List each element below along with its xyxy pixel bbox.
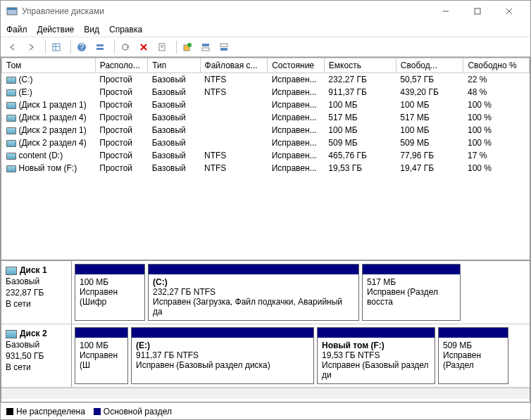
forward-button[interactable] [23,39,39,55]
table-row[interactable]: (Диск 2 раздел 1)ПростойБазовыйИсправен.… [2,124,530,136]
col-type[interactable]: Тип [148,58,200,73]
cell-fs [200,111,268,124]
cell-fs [200,124,268,136]
disk-type: Базовый [6,276,67,286]
unallocated-swatch [6,408,13,415]
col-fs[interactable]: Файловая с... [200,58,268,73]
volume-name: (Диск 2 раздел 4) [19,138,87,148]
partition[interactable]: 100 МБИсправен (Ш [75,327,128,384]
cell-capacity: 509 МБ [324,136,396,149]
menu-file[interactable]: Файл [6,25,27,34]
table-row[interactable]: content (D:)ПростойБазовыйNTFSИсправен..… [2,149,530,162]
table-row[interactable]: (Диск 1 раздел 1)ПростойБазовыйИсправен.… [2,98,530,111]
cell-state: Исправен... [268,73,325,87]
disk-header[interactable]: Диск 2Базовый931,50 ГБВ сети [1,324,72,387]
svg-point-20 [187,43,192,47]
menu-view[interactable]: Вид [84,25,99,34]
table-row[interactable]: (Диск 2 раздел 4)ПростойБазовыйИсправен.… [2,136,530,149]
partition-size: 100 МБ [80,277,108,287]
volume-name: Новый том (F:) [19,163,77,173]
partition-state: Исправен (Шифр [80,287,118,307]
partition-stripe [439,328,508,338]
disk-icon [6,330,17,338]
partition[interactable]: Новый том (F:)19,53 ГБ NTFSИсправен (Баз… [317,327,435,384]
minimize-button[interactable] [430,1,461,21]
volume-name: content (D:) [19,151,63,160]
help-icon[interactable]: ? [74,39,89,55]
col-freepct[interactable]: Свободно % [463,58,530,73]
cell-layout: Простой [95,162,147,174]
partition-size: 911,37 ГБ NTFS [136,350,199,360]
cell-free: 19,47 ГБ [396,162,463,174]
back-button[interactable] [5,39,20,55]
cell-state: Исправен... [268,98,325,111]
cell-capacity: 517 МБ [324,111,396,124]
volume-name: (Диск 2 раздел 1) [19,125,87,135]
cell-capacity: 911,37 ГБ [324,86,396,98]
svg-rect-12 [96,48,104,50]
cell-capacity: 232,27 ГБ [324,73,396,87]
svg-rect-1 [7,8,17,10]
table-row[interactable]: (E:)ПростойБазовыйNTFSИсправен...911,37 … [2,86,530,98]
disk-graphical-pane[interactable]: Диск 1Базовый232,87 ГБВ сети100 МБИсправ… [1,261,530,402]
cell-capacity: 465,76 ГБ [324,149,396,162]
view-bottom-icon[interactable] [216,39,232,55]
cell-type: Базовый [148,136,200,149]
cell-state: Исправен... [268,86,325,98]
cell-freepct: 100 % [463,111,530,124]
properties-icon[interactable] [154,39,170,55]
partition[interactable]: (C:)232,27 ГБ NTFSИсправен (Загрузка, Фа… [148,264,359,321]
table-row[interactable]: (C:)ПростойБазовыйNTFSИсправен...232,27 … [2,73,530,87]
cell-type: Базовый [148,86,200,98]
delete-icon[interactable] [136,39,151,55]
partition-title: (E:) [136,341,150,350]
col-free[interactable]: Свобод... [396,58,463,73]
col-state[interactable]: Состояние [268,58,325,73]
volume-icon [6,115,16,122]
cell-capacity: 100 МБ [324,98,396,111]
view-list-icon[interactable] [49,39,64,55]
menu-help[interactable]: Справка [109,25,142,34]
partition[interactable]: 517 МБИсправен (Раздел восста [362,264,461,321]
volume-icon [6,165,16,172]
cell-state: Исправен... [268,162,325,174]
cell-state: Исправен... [268,111,325,124]
partition-size: 517 МБ [367,277,396,287]
disk-row: Диск 2Базовый931,50 ГБВ сети100 МБИсправ… [1,324,530,388]
scrollbar-track[interactable] [1,388,530,399]
partitions-container: 100 МБИсправен (Шифр(C:)232,27 ГБ NTFSИс… [72,261,530,324]
table-row[interactable]: (Диск 1 раздел 4)ПростойБазовыйИсправен.… [2,111,530,124]
new-volume-icon[interactable] [180,39,195,55]
volume-list-pane[interactable]: Том Располо... Тип Файловая с... Состоян… [1,58,530,261]
partition[interactable]: 100 МБИсправен (Шифр [75,264,145,321]
col-layout[interactable]: Располо... [95,58,147,73]
menu-action[interactable]: Действие [37,25,75,34]
refresh-icon[interactable] [118,39,133,55]
table-row[interactable]: Новый том (F:)ПростойБазовыйNTFSИсправен… [2,162,530,174]
volume-name: (C:) [19,75,33,84]
close-button[interactable] [493,1,525,21]
cell-state: Исправен... [268,149,325,162]
cell-free: 509 МБ [396,136,463,149]
col-capacity[interactable]: Емкость [324,58,396,73]
partition-stripe [75,265,144,274]
cell-freepct: 100 % [463,162,530,174]
window-title: Управление дисками [22,6,430,16]
svg-text:?: ? [80,42,85,52]
partition[interactable]: 509 МБИсправен (Раздел [438,327,508,384]
partition-state: Исправен (Раздел [443,350,481,370]
partition-title: (C:) [153,277,168,287]
cell-freepct: 22 % [463,73,530,87]
svg-rect-24 [220,48,227,51]
disk-header[interactable]: Диск 1Базовый232,87 ГБВ сети [1,261,72,324]
view-graphical-icon[interactable] [92,39,108,55]
partition-stripe [363,265,460,274]
partition[interactable]: (E:)911,37 ГБ NTFSИсправен (Базовый разд… [131,327,314,384]
cell-state: Исправен... [268,136,325,149]
view-top-icon[interactable] [198,39,213,55]
maximize-button[interactable] [461,1,493,21]
volume-name: (Диск 1 раздел 4) [19,113,87,122]
col-volume[interactable]: Том [2,58,96,73]
cell-fs: NTFS [200,73,268,87]
volume-icon [6,102,16,109]
